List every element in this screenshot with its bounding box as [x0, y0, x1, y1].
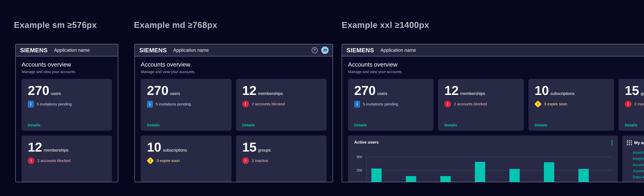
stat-note-row: ! 2 inactive — [625, 101, 644, 107]
stat-unit: memberships — [460, 91, 485, 96]
app-link-access-key[interactable]: Access key — [633, 163, 644, 167]
details-link[interactable]: Details — [147, 123, 160, 127]
stat-card-users: 270 users i 5 invitations pending Detail… — [348, 79, 434, 131]
stat-note-row: i 5 invitations pending — [147, 101, 232, 108]
stat-note: 2 accounts blocked — [252, 102, 285, 106]
stat-note: 5 invitations pending — [156, 102, 191, 106]
stat-value-row: 270 users — [22, 79, 112, 97]
list-item: Assets App › — [633, 168, 644, 174]
stat-card-memberships: 12 memberships ! 2 accounts blocked Deta… — [236, 79, 327, 131]
app-header: SIEMENS Application name ? JD — [135, 44, 332, 56]
page-content: Accounts overview Manage and view your a… — [342, 56, 644, 182]
stat-note: 2 accounts blocked — [454, 102, 487, 106]
active-users-bar — [475, 162, 485, 182]
stat-value-row: 10 subscriptions — [528, 79, 614, 97]
details-link[interactable]: Details — [535, 123, 547, 127]
stat-card-groups: 15 groups ! 2 inactive Details — [236, 135, 327, 182]
stat-card-groups: 15 groups ! 2 inactive Details — [619, 79, 644, 131]
my-apps-card: My apps Assets flow › Insights › Access … — [622, 135, 644, 182]
y-tick-300: 300 — [353, 155, 362, 159]
stat-value: 15 — [242, 141, 256, 154]
avatar[interactable]: JD — [321, 46, 329, 54]
page-title: Accounts overview — [141, 61, 327, 68]
list-item: Assets flow › — [633, 149, 644, 156]
stat-note: 2 accounts blocked — [37, 159, 70, 163]
help-icon[interactable]: ? — [312, 47, 318, 53]
list-item: Data App › — [633, 174, 644, 180]
stat-value: 10 — [147, 141, 161, 154]
stat-unit: memberships — [258, 91, 283, 96]
stat-card-memberships: 12 memberships ! 2 accounts blocked Deta… — [22, 135, 112, 182]
stat-note-row: ! 2 inactive — [242, 157, 327, 164]
app-link-data-app[interactable]: Data App — [633, 175, 644, 179]
app-header: SIEMENS Application name ? JD — [342, 44, 644, 56]
app-name: Application name — [173, 48, 209, 53]
error-badge-icon: ! — [625, 101, 632, 107]
stat-value: 270 — [354, 84, 376, 97]
y-tick-250: 250 — [353, 168, 362, 172]
stat-value: 270 — [147, 84, 168, 97]
stat-note: 2 inactive — [252, 159, 268, 163]
app-window-sm: SIEMENS Application name Accounts overvi… — [15, 44, 118, 182]
stat-value: 12 — [242, 84, 256, 97]
info-badge-icon: i — [354, 101, 360, 108]
page-content: Accounts overview Manage and view your a… — [16, 56, 118, 182]
my-apps-list: Assets flow › Insights › Access key › As… — [633, 149, 644, 180]
stat-unit: users — [51, 91, 61, 96]
stat-unit: users — [377, 91, 387, 96]
stat-value-row: 15 groups — [619, 79, 644, 97]
page-content: Accounts overview Manage and view your a… — [135, 56, 332, 182]
stat-value: 12 — [28, 141, 42, 154]
warning-badge-icon: ! — [147, 157, 154, 164]
stat-value-row: 270 users — [141, 79, 232, 97]
stat-note: 2 inactive — [634, 102, 644, 106]
active-users-bar — [406, 176, 416, 182]
example-title-xxl: Example xxl ≥1400px — [342, 20, 429, 30]
list-item: Access key › — [633, 162, 644, 168]
stat-card-users: 270 users i 5 invitations pending Detail… — [22, 79, 112, 131]
app-window-md: SIEMENS Application name ? JD Accounts o… — [134, 44, 333, 182]
stat-unit: users — [170, 91, 180, 96]
app-header: SIEMENS Application name — [16, 44, 118, 56]
example-title-md: Example md ≥768px — [134, 20, 218, 30]
active-users-bar — [510, 169, 520, 182]
siemens-logo: SIEMENS — [346, 47, 374, 54]
active-users-bar — [578, 169, 589, 182]
stat-note-row: ! 2 accounts blocked — [28, 157, 112, 164]
stat-note-row: ! 3 expire soon — [535, 101, 614, 107]
active-users-plot — [366, 135, 612, 182]
stat-value-row: 10 subscriptions — [141, 135, 232, 154]
app-name: Application name — [54, 48, 90, 53]
details-link[interactable]: Details — [354, 123, 367, 127]
siemens-logo: SIEMENS — [20, 47, 48, 54]
details-link[interactable]: Details — [28, 123, 40, 127]
stat-note: 5 invitations pending — [36, 102, 72, 106]
stat-note-row: ! 2 accounts blocked — [242, 101, 327, 107]
stat-card-subscriptions: 10 subscriptions ! 3 expire soon Details — [528, 79, 614, 131]
stat-unit: subscriptions — [550, 91, 574, 96]
stat-note-row: i 5 invitations pending — [28, 101, 112, 108]
stat-value-row: 12 memberships — [236, 79, 327, 97]
details-link[interactable]: Details — [242, 123, 255, 127]
app-link-assets-app[interactable]: Assets App — [633, 169, 644, 173]
stat-value: 270 — [28, 84, 49, 97]
stat-unit: groups — [641, 91, 644, 96]
page-subtitle: Manage and view your accounts. — [348, 70, 644, 74]
page-subtitle: Manage and view your accounts. — [22, 70, 112, 74]
stat-card-users: 270 users i 5 invitations pending Detail… — [141, 79, 232, 131]
details-link[interactable]: Details — [444, 123, 457, 127]
stat-unit: subscriptions — [163, 148, 187, 153]
stat-value-row: 15 groups — [236, 135, 327, 154]
app-link-insights[interactable]: Insights — [633, 156, 644, 161]
stat-unit: memberships — [44, 148, 68, 153]
page-title: Accounts overview — [22, 61, 112, 68]
stat-value: 10 — [535, 84, 549, 97]
active-users-bar — [440, 176, 451, 182]
warning-badge-icon: ! — [534, 100, 542, 108]
stat-value-row: 12 memberships — [22, 135, 112, 154]
my-apps-title: My apps — [634, 140, 644, 145]
siemens-logo: SIEMENS — [139, 47, 167, 54]
active-users-card: Active users 300 250 — [348, 135, 618, 182]
app-link-assets-flow[interactable]: Assets flow — [633, 150, 644, 155]
details-link[interactable]: Details — [625, 123, 638, 127]
